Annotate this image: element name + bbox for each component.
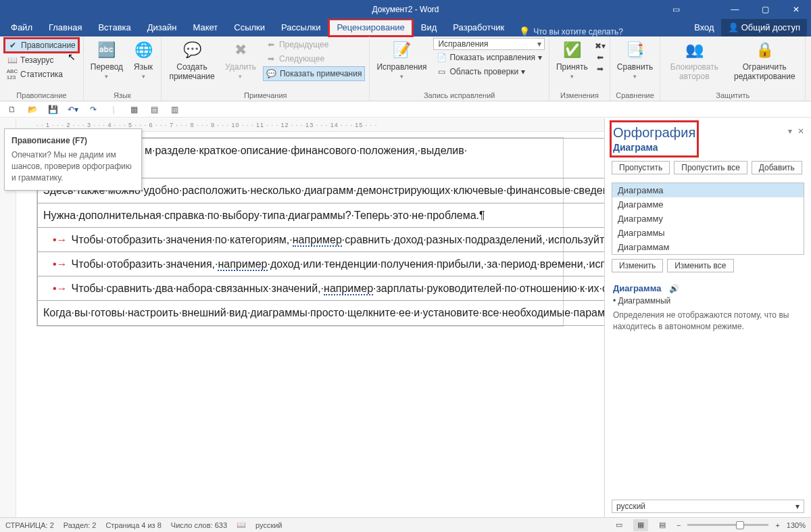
- accept-button[interactable]: ✅Принять▾: [554, 38, 591, 81]
- new-comment-icon: 💬: [181, 39, 203, 61]
- grammar-error[interactable]: например: [293, 234, 342, 247]
- ribbon: ✔Правописание 📖Тезаурус ABC123Статистика…: [0, 37, 811, 101]
- show-markup-button[interactable]: 📄Показать исправления ▾: [433, 51, 545, 64]
- tab-mailings[interactable]: Рассылки: [273, 19, 328, 37]
- undo-button[interactable]: ↶▾: [66, 103, 80, 116]
- add-to-dictionary-button[interactable]: Добавить: [752, 161, 802, 174]
- language-button[interactable]: 🌐Язык▾: [130, 38, 157, 81]
- lock-icon: 🔒: [754, 39, 775, 61]
- qat-button[interactable]: ▦: [127, 103, 141, 116]
- zoom-in-button[interactable]: +: [775, 521, 779, 529]
- zoom-level[interactable]: 130%: [787, 521, 806, 529]
- maximize-button[interactable]: ▢: [750, 0, 781, 19]
- change-button[interactable]: Изменить: [612, 259, 663, 272]
- table-cell: Нужна·дополнительная·справка·по·выбору·т…: [38, 203, 605, 227]
- track-icon: 📝: [391, 39, 412, 61]
- status-proofing-icon[interactable]: 📖: [237, 521, 246, 529]
- close-button[interactable]: ✕: [781, 0, 811, 19]
- ribbon-tabs: Файл Главная Вставка Дизайн Макет Ссылки…: [0, 19, 811, 37]
- pane-options-icon[interactable]: ▾: [788, 126, 792, 136]
- compare-button[interactable]: 📑Сравнить▾: [614, 38, 656, 81]
- window-title: Документ2 - Word: [372, 5, 439, 14]
- status-page[interactable]: СТРАНИЦА: 2: [5, 521, 54, 529]
- reviewing-pane-button[interactable]: ▭Область проверки ▾: [433, 65, 545, 78]
- zoom-out-button[interactable]: −: [677, 521, 681, 529]
- grammar-error[interactable]: например: [218, 258, 267, 271]
- new-file-button[interactable]: 🗋: [5, 103, 19, 116]
- bullet-icon: •→: [53, 232, 68, 247]
- share-button[interactable]: 👤Общий доступ: [721, 19, 807, 37]
- tab-review[interactable]: Рецензирование: [328, 19, 412, 37]
- bullet-icon: •→: [53, 256, 68, 272]
- qat-button[interactable]: ▤: [147, 103, 161, 116]
- restrict-editing-button[interactable]: 🔒Ограничить редактирование: [728, 38, 801, 82]
- save-button[interactable]: 💾: [46, 103, 59, 116]
- minimize-button[interactable]: —: [720, 0, 750, 19]
- prev-change-button[interactable]: ⬅: [595, 52, 606, 63]
- tab-developer[interactable]: Разработчик: [445, 19, 512, 37]
- group-label: Защитить: [716, 91, 749, 99]
- status-page-of[interactable]: Страница 4 из 8: [105, 521, 161, 529]
- read-mode-button[interactable]: ▭: [612, 519, 626, 531]
- translate-button[interactable]: 🔤Перевод▾: [88, 38, 126, 81]
- status-language[interactable]: русский: [255, 521, 282, 529]
- web-layout-button[interactable]: ▤: [655, 519, 670, 531]
- spelling-pane: ▾✕ Орфография Диаграма Пропустить Пропус…: [604, 118, 811, 517]
- display-for-review-select[interactable]: Исправления: [433, 38, 545, 50]
- next-change-button[interactable]: ➡: [595, 64, 606, 74]
- print-layout-button[interactable]: ▦: [633, 519, 648, 531]
- track-changes-button[interactable]: 📝Исправления▾: [374, 38, 429, 81]
- tab-view[interactable]: Вид: [413, 19, 445, 37]
- qat-button[interactable]: ▥: [168, 103, 181, 116]
- reject-button[interactable]: ✖▾: [595, 41, 606, 51]
- redo-button[interactable]: ↷: [87, 103, 100, 116]
- chevron-down-icon: ▾: [795, 502, 800, 511]
- previous-comment-button[interactable]: ⬅Предыдущее: [263, 38, 366, 51]
- book-icon: 📖: [7, 55, 18, 66]
- suggestion-item[interactable]: Диаграмме: [612, 197, 804, 212]
- spelling-grammar-button[interactable]: ✔Правописание: [4, 38, 79, 53]
- new-comment-button[interactable]: 💬Создать примечание: [166, 38, 218, 82]
- sign-in-button[interactable]: Вход: [687, 19, 720, 37]
- suggestion-item[interactable]: Диаграмму: [612, 212, 804, 226]
- grammar-error[interactable]: например: [324, 283, 373, 295]
- tab-file[interactable]: Файл: [3, 19, 41, 37]
- markup-icon: 📄: [436, 52, 447, 63]
- ignore-all-button[interactable]: Пропустить все: [674, 161, 747, 174]
- show-comments-icon: 💬: [266, 68, 277, 79]
- globe-icon: 🌐: [132, 39, 154, 61]
- delete-comment-button[interactable]: ✖Удалить▾: [222, 38, 259, 81]
- suggestions-list[interactable]: Диаграмма Диаграмме Диаграмму Диаграммы …: [612, 183, 804, 255]
- status-word-count[interactable]: Число слов: 633: [171, 521, 227, 529]
- open-file-button[interactable]: 📂: [26, 103, 39, 116]
- tab-insert[interactable]: Вставка: [90, 19, 139, 37]
- delete-comment-icon: ✖: [230, 39, 251, 61]
- zoom-slider[interactable]: [687, 524, 768, 526]
- block-authors-button[interactable]: 👥Блокировать авторов: [664, 38, 724, 82]
- tab-references[interactable]: Ссылки: [226, 19, 273, 37]
- next-comment-button[interactable]: ➡Следующее: [263, 52, 366, 66]
- ribbon-display-options-icon[interactable]: ▭: [662, 0, 689, 19]
- definition-bullet: • Диаграммный: [613, 296, 803, 306]
- suggestion-item[interactable]: Диаграммы: [612, 226, 804, 240]
- tab-design[interactable]: Дизайн: [139, 19, 185, 37]
- tab-layout[interactable]: Макет: [185, 19, 226, 37]
- status-section[interactable]: Раздел: 2: [64, 521, 97, 529]
- qat-sep: |: [107, 103, 120, 116]
- tooltip-body: Опечатки? Мы не дадим им шансов, провери…: [11, 149, 134, 183]
- pane-close-icon[interactable]: ✕: [797, 126, 804, 136]
- suggestion-item[interactable]: Диаграммам: [612, 240, 804, 254]
- suggestion-item[interactable]: Диаграмма: [612, 183, 804, 197]
- group-label: Язык: [114, 91, 131, 99]
- tab-home[interactable]: Главная: [41, 19, 90, 37]
- tooltip-title: Правописание (F7): [11, 136, 134, 145]
- speaker-icon[interactable]: 🔊: [669, 284, 679, 293]
- word-count-button[interactable]: ABC123Статистика: [4, 68, 79, 81]
- pane-title: Орфография: [613, 125, 695, 141]
- show-comments-button[interactable]: 💬Показать примечания: [263, 66, 366, 81]
- change-all-button[interactable]: Изменить все: [667, 259, 733, 272]
- pane-language-select[interactable]: русский▾: [612, 500, 804, 513]
- thesaurus-button[interactable]: 📖Тезаурус: [4, 53, 79, 67]
- ignore-button[interactable]: Пропустить: [612, 161, 670, 174]
- tell-me-search[interactable]: 💡Что вы хотите сделать?: [519, 26, 623, 37]
